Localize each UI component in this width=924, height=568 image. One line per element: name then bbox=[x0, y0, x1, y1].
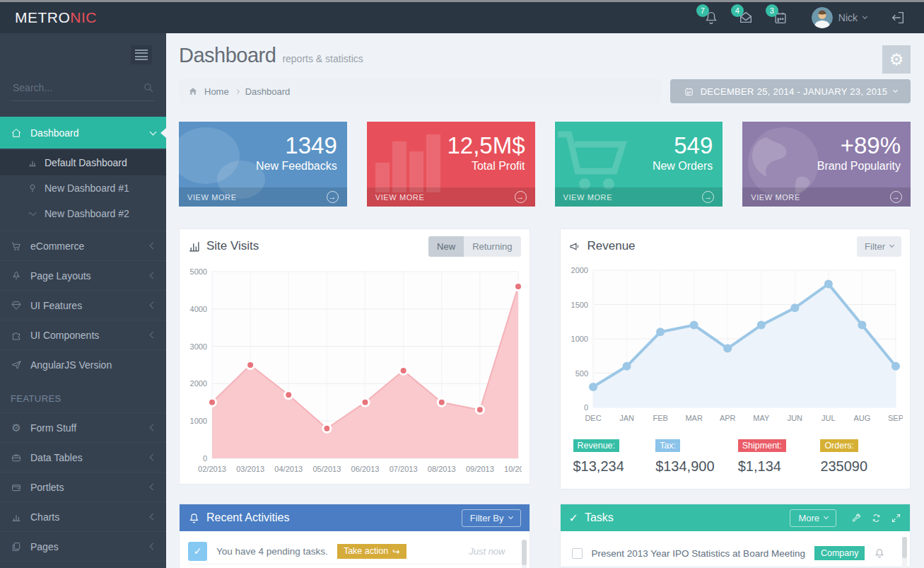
lightbulb-icon bbox=[28, 183, 37, 193]
redo-arrow-icon: ↪ bbox=[392, 546, 399, 557]
nav-label: Data Tables bbox=[30, 452, 83, 463]
settings-button[interactable]: ⚙ bbox=[882, 45, 911, 74]
avatar bbox=[812, 7, 833, 28]
topbar: METRONIC 7 4 3 Nick bbox=[0, 2, 924, 33]
nav-portlets[interactable]: Portlets bbox=[0, 472, 166, 502]
site-visits-chart: 01000200030004000500002/201303/201304/20… bbox=[187, 265, 522, 477]
chevron-down-icon bbox=[862, 14, 867, 19]
scrollbar[interactable] bbox=[902, 537, 907, 568]
activity-row[interactable]: ✓ You have 4 pending tasks. Take action↪… bbox=[188, 538, 521, 564]
nav-dashboard[interactable]: Dashboard bbox=[0, 117, 166, 149]
app-logo[interactable]: METRONIC bbox=[0, 9, 166, 26]
breadcrumb-current: Dashboard bbox=[245, 86, 291, 97]
revenue-stat-value: 235090 bbox=[820, 458, 897, 475]
refresh-icon bbox=[871, 513, 882, 523]
nav-label: New Dashboard #2 bbox=[45, 208, 129, 219]
nav-ecommerce[interactable]: eCommerce bbox=[0, 231, 166, 260]
view-more-link[interactable]: VIEW MORE→ bbox=[367, 187, 535, 207]
task-checkbox[interactable] bbox=[572, 548, 583, 559]
chevron-left-icon bbox=[150, 484, 157, 491]
nav-default-dashboard[interactable]: Default Dashboard bbox=[0, 150, 166, 175]
check-icon: ✓ bbox=[188, 542, 207, 561]
more-label: More bbox=[798, 513, 819, 523]
page-content: Dashboardreports & statistics ⚙ Home Das… bbox=[166, 33, 924, 568]
date-range-picker[interactable]: DECEMBER 25, 2014 - JANUARY 23, 2015 bbox=[670, 79, 911, 103]
nav-extra[interactable]: Extra bbox=[0, 561, 166, 568]
scrollbar[interactable] bbox=[522, 540, 527, 568]
search-icon[interactable] bbox=[142, 81, 155, 94]
revenue-filter-button[interactable]: Filter bbox=[857, 236, 901, 257]
user-menu[interactable]: Nick bbox=[807, 6, 871, 29]
stat-card-total-profit: 12,5M$ Total Profit VIEW MORE→ bbox=[367, 122, 535, 207]
nav-ui-features[interactable]: UI Features bbox=[0, 290, 166, 320]
arrow-circle-icon: → bbox=[515, 191, 527, 203]
stat-value: +89% bbox=[742, 122, 911, 159]
scrollbar-thumb[interactable] bbox=[902, 537, 907, 558]
view-more-link[interactable]: VIEW MORE→ bbox=[555, 187, 723, 207]
date-range-label: DECEMBER 25, 2014 - JANUARY 23, 2015 bbox=[701, 86, 888, 97]
stat-value: 1349 bbox=[179, 122, 347, 159]
notifications-button[interactable]: 7 bbox=[703, 10, 719, 25]
chevron-left-icon bbox=[150, 332, 157, 339]
nav-label: Portlets bbox=[30, 482, 64, 493]
panel-title-text: Recent Activities bbox=[206, 511, 289, 524]
activity-time: Just now bbox=[469, 546, 505, 557]
breadcrumb-home[interactable]: Home bbox=[204, 86, 229, 97]
nav-pages[interactable]: Pages bbox=[0, 531, 166, 561]
site-visits-panel: Site Visits New Returning 01000200030004… bbox=[179, 228, 530, 485]
dashboard-submenu: Default Dashboard New Dashboard #1 New D… bbox=[0, 149, 166, 231]
toggle-returning-button[interactable]: Returning bbox=[464, 236, 520, 257]
chevron-left-icon bbox=[150, 454, 157, 461]
cart-icon bbox=[11, 240, 22, 252]
revenue-stat-value: $1,134 bbox=[738, 458, 815, 475]
svg-text:1000: 1000 bbox=[190, 417, 207, 425]
view-more-link[interactable]: VIEW MORE→ bbox=[742, 187, 911, 207]
nav-new-dashboard-2[interactable]: New Dashboard #2 bbox=[0, 201, 166, 226]
nav-new-dashboard-1[interactable]: New Dashboard #1 bbox=[0, 175, 166, 201]
svg-text:0: 0 bbox=[583, 403, 587, 412]
fullscreen-button[interactable] bbox=[891, 513, 901, 523]
site-visits-chart-body: 01000200030004000500002/201303/201304/20… bbox=[180, 263, 530, 484]
nav-label: eCommerce bbox=[30, 240, 84, 252]
logo-text-accent: NIC bbox=[70, 9, 97, 25]
more-button[interactable]: More bbox=[790, 509, 836, 527]
toolbar: Home Dashboard DECEMBER 25, 2014 - JANUA… bbox=[179, 79, 911, 103]
site-visits-header: Site Visits New Returning bbox=[180, 229, 530, 263]
svg-text:AUG: AUG bbox=[853, 414, 870, 422]
take-action-button[interactable]: Take action↪ bbox=[337, 544, 407, 559]
config-button[interactable] bbox=[851, 513, 862, 523]
scrollbar-thumb[interactable] bbox=[522, 540, 527, 565]
todo-button[interactable]: 3 bbox=[773, 10, 788, 25]
nav-angularjs-version[interactable]: AngularJS Version bbox=[0, 349, 166, 379]
activities-list: ✓ You have 4 pending tasks. Take action↪… bbox=[180, 531, 530, 568]
nav-data-tables[interactable]: Data Tables bbox=[0, 442, 166, 472]
logout-button[interactable] bbox=[890, 10, 906, 25]
paper-plane-icon bbox=[11, 359, 22, 371]
bottom-row: Recent Activities Filter By ✓ You have 4… bbox=[179, 504, 911, 568]
revenue-header: Revenue Filter bbox=[561, 229, 911, 263]
inbox-button[interactable]: 4 bbox=[738, 10, 754, 25]
svg-text:500: 500 bbox=[575, 369, 587, 378]
nav-charts[interactable]: Charts bbox=[0, 502, 166, 531]
task-badge[interactable]: Company bbox=[814, 546, 865, 560]
task-row[interactable]: Present 2013 Year IPO Statistics at Boar… bbox=[569, 538, 902, 567]
search-input[interactable] bbox=[11, 81, 142, 94]
svg-text:DEC: DEC bbox=[585, 414, 601, 422]
view-more-link[interactable]: VIEW MORE→ bbox=[179, 187, 347, 207]
filter-by-button[interactable]: Filter By bbox=[462, 509, 521, 527]
svg-text:08/2013: 08/2013 bbox=[428, 465, 456, 473]
nav-page-layouts[interactable]: Page Layouts bbox=[0, 260, 166, 290]
toggle-new-button[interactable]: New bbox=[428, 236, 464, 257]
active-item-arrow bbox=[160, 128, 166, 138]
arrow-circle-icon: → bbox=[327, 191, 339, 203]
arrow-circle-icon: → bbox=[890, 191, 902, 203]
sidebar-toggle-button[interactable] bbox=[131, 45, 152, 64]
nav-ui-components[interactable]: UI Components bbox=[0, 320, 166, 349]
reload-button[interactable] bbox=[871, 513, 882, 523]
nav-label: New Dashboard #1 bbox=[45, 182, 129, 194]
revenue-stat: Shipment: $1,134 bbox=[738, 439, 815, 475]
revenue-stat-badge: Orders: bbox=[820, 439, 858, 452]
panel-tools bbox=[851, 513, 901, 523]
user-name: Nick bbox=[838, 12, 858, 23]
nav-form-stuff[interactable]: ⚙ Form Stuff bbox=[0, 412, 166, 442]
